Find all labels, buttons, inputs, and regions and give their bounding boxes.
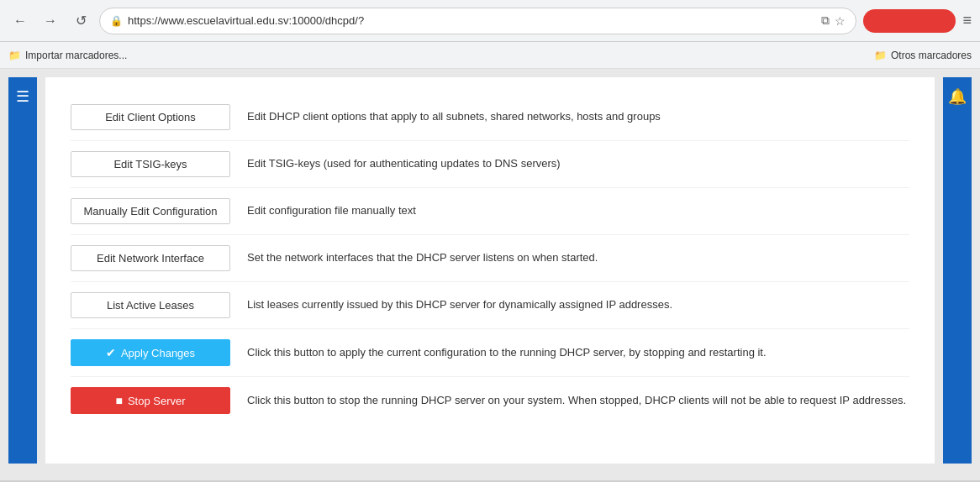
action-row: ■ Stop Server Click this button to stop …	[71, 377, 909, 424]
sidebar-left-button[interactable]: ☰	[8, 77, 37, 464]
browser-toolbar: ← → ↺ 🔒 https://www.escuelavirtual.edu.s…	[0, 0, 980, 42]
action-button-1[interactable]: Edit TSIG-keys	[71, 151, 230, 177]
action-btn-label: Manually Edit Configuration	[84, 205, 218, 217]
action-row: Edit Client Options Edit DHCP client opt…	[71, 94, 909, 141]
action-btn-label: Edit Client Options	[105, 111, 196, 123]
copy-icon: ⧉	[821, 13, 830, 28]
action-btn-label: Edit Network Interface	[97, 252, 204, 265]
bell-icon: 🔔	[948, 87, 967, 106]
btn-icon: ✔	[106, 346, 116, 359]
action-btn-label: Apply Changes	[121, 347, 195, 359]
action-row: List Active Leases List leases currently…	[71, 282, 909, 329]
bookmarks-other-label: Otros marcadores	[891, 50, 972, 61]
bookmark-icon: ☆	[835, 14, 846, 28]
browser-menu-button[interactable]: ≡	[962, 12, 972, 29]
action-row: Edit Network Interface Set the network i…	[71, 235, 909, 282]
action-button-4[interactable]: List Active Leases	[71, 292, 230, 318]
security-icon: 🔒	[110, 15, 123, 27]
action-button-0[interactable]: Edit Client Options	[71, 104, 230, 130]
action-row: Manually Edit Configuration Edit configu…	[71, 188, 909, 235]
action-description: Click this button to stop the running DH…	[247, 393, 906, 408]
action-btn-label: Edit TSIG-keys	[113, 158, 187, 170]
bookmarks-other-icon: 📁	[874, 50, 887, 61]
bookmarks-bar: 📁 Importar marcadores... 📁 Otros marcado…	[0, 42, 980, 69]
action-btn-label: List Active Leases	[107, 299, 194, 312]
action-description: List leases currently issued by this DHC…	[247, 297, 672, 312]
reload-button[interactable]: ↺	[69, 9, 92, 33]
action-row: ✔ Apply Changes Click this button to app…	[71, 329, 909, 377]
hamburger-icon: ☰	[16, 87, 29, 106]
action-description: Set the network interfaces that the DHCP…	[247, 250, 598, 265]
action-description: Edit TSIG-keys (used for authenticating …	[247, 156, 561, 171]
sidebar-right-button[interactable]: 🔔	[943, 77, 972, 464]
back-button[interactable]: ←	[8, 9, 32, 33]
url-text: https://www.escuelavirtual.edu.sv:10000/…	[128, 14, 816, 27]
action-description: Edit DHCP client options that apply to a…	[247, 109, 661, 124]
action-button-2[interactable]: Manually Edit Configuration	[71, 198, 230, 224]
main-content: Edit Client Options Edit DHCP client opt…	[45, 77, 935, 464]
action-row: Edit TSIG-keys Edit TSIG-keys (used for …	[71, 141, 909, 188]
bookmarks-folder-icon: 📁	[8, 50, 21, 61]
action-description: Edit configuration file manually text	[247, 203, 416, 218]
forward-button[interactable]: →	[39, 9, 62, 33]
action-button-5[interactable]: ✔ Apply Changes	[71, 339, 230, 366]
bookmarks-import-label[interactable]: Importar marcadores...	[25, 50, 127, 61]
btn-icon: ■	[115, 394, 122, 407]
page-wrapper: ☰ Edit Client Options Edit DHCP client o…	[0, 69, 980, 480]
action-button-3[interactable]: Edit Network Interface	[71, 245, 230, 271]
address-bar[interactable]: 🔒 https://www.escuelavirtual.edu.sv:1000…	[99, 8, 856, 34]
profile-button[interactable]	[863, 9, 956, 33]
action-btn-label: Stop Server	[128, 395, 186, 407]
action-button-6[interactable]: ■ Stop Server	[71, 387, 230, 414]
action-description: Click this button to apply the current c…	[247, 345, 767, 360]
